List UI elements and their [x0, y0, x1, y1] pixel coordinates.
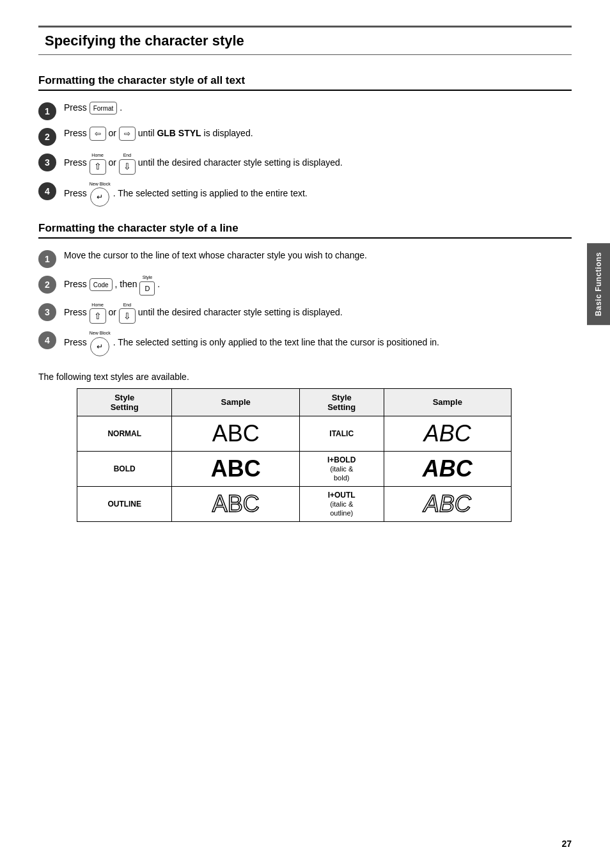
sample-normal-text: ABC — [212, 420, 260, 446]
step-2-4: 4 Press New Block ↵ . The selected setti… — [38, 330, 572, 356]
page-header: Specifying the character style — [38, 26, 572, 55]
step-1-3: 3 Press Home ⇧ or End ⇩ — [38, 152, 572, 175]
step-2-2-period: . — [157, 279, 160, 289]
up-arrow-key-container-2: Home ⇧ — [90, 302, 106, 324]
step-number-4: 4 — [38, 182, 56, 200]
sample-italic: ABC — [384, 416, 511, 451]
step-2-3: 3 Press Home ⇧ or End ⇩ — [38, 302, 572, 324]
sample-ibold: ABC — [384, 451, 511, 486]
col-header-sample1: Sample — [172, 388, 299, 416]
sample-outline: ABC — [172, 486, 299, 521]
step-1-2: 2 Press ⇦ or ⇨ until GLB STYL is display… — [38, 127, 572, 146]
side-tab: Basic Functions — [587, 243, 610, 325]
step-2-content-4: Press New Block ↵ . The selected setting… — [64, 330, 572, 356]
section-2-steps: 1 Move the cursor to the line of text wh… — [38, 249, 572, 356]
down-arrow-key-container: End ⇩ — [119, 152, 136, 175]
page: Specifying the character style Formattin… — [0, 0, 610, 868]
up-arrow-key-2: ⇧ — [90, 308, 106, 324]
step-2-1: 1 Move the cursor to the line of text wh… — [38, 249, 572, 268]
page-number: 27 — [561, 839, 572, 849]
step-content-2: Press ⇦ or ⇨ until GLB STYL is displayed… — [64, 127, 572, 141]
step-number-3: 3 — [38, 154, 56, 171]
style-name-ibold: I+BOLD(italic &bold) — [299, 451, 384, 486]
down-arrow-key: ⇩ — [119, 159, 136, 175]
section-2: Formatting the character style of a line… — [38, 222, 572, 356]
step-1-2-press: Press — [64, 128, 90, 138]
step-2-content-2: Press Code , then Style D . — [64, 274, 572, 296]
step-number-1: 1 — [38, 102, 56, 120]
style-name-ioutl: I+OUTL(italic &outline) — [299, 486, 384, 521]
section-1: Formatting the character style of all te… — [38, 74, 572, 207]
down-arrow-key-2: ⇩ — [119, 308, 136, 324]
step-1-3-text: until the desired character style settin… — [138, 157, 343, 168]
step-2-3-press: Press — [64, 307, 90, 317]
section-2-title: Formatting the character style of a line — [38, 222, 572, 239]
page-title: Specifying the character style — [45, 33, 565, 49]
step-2-number-4: 4 — [38, 331, 56, 349]
intro-text: The following text styles are available. — [38, 372, 572, 382]
col-header-style2: StyleSetting — [299, 388, 384, 416]
enter-key-1: ↵ — [90, 187, 109, 207]
step-1-4: 4 Press New Block ↵ . The selected setti… — [38, 181, 572, 207]
step-1-2-until: until GLB STYL is displayed. — [138, 128, 253, 138]
styles-table: StyleSetting Sample StyleSetting Sample … — [77, 388, 512, 522]
format-key: Format — [90, 102, 118, 114]
step-1-3-or: or — [109, 157, 119, 168]
left-arrow-key: ⇦ — [90, 127, 106, 141]
step-1-4-text: . The selected setting is applied to the… — [113, 187, 308, 198]
step-2-number-3: 3 — [38, 303, 56, 321]
section-1-title: Formatting the character style of all te… — [38, 74, 572, 91]
step-content-1: Press Format . — [64, 101, 572, 114]
step-1-1-text-before: Press — [64, 102, 90, 113]
d-key: D — [139, 281, 155, 296]
sample-normal: ABC — [172, 416, 299, 451]
step-2-content-3: Press Home ⇧ or End ⇩ un — [64, 302, 572, 324]
code-key: Code — [90, 278, 113, 291]
up-arrow-key: ⇧ — [90, 159, 106, 175]
enter-key-2: ↵ — [90, 337, 109, 356]
step-1-2-or: or — [109, 128, 119, 138]
down-arrow-key-container-2: End ⇩ — [119, 302, 136, 324]
step-2-number-1: 1 — [38, 250, 56, 268]
step-2-1-text: Move the cursor to the line of text whos… — [64, 250, 367, 260]
sample-ioutline: ABC — [384, 486, 511, 521]
table-header-row: StyleSetting Sample StyleSetting Sample — [77, 388, 512, 416]
step-1-1-text-after: . — [120, 102, 122, 113]
sample-ibold-text: ABC — [423, 455, 473, 482]
step-2-4-text: . The selected setting is only applied t… — [113, 337, 439, 347]
col-header-style1: StyleSetting — [77, 388, 172, 416]
up-arrow-key-container: Home ⇧ — [90, 152, 106, 175]
step-1-3-press: Press — [64, 157, 90, 168]
step-2-2-then: , then — [114, 279, 139, 289]
style-name-italic: ITALIC — [299, 416, 384, 451]
step-2-3-or: or — [109, 307, 119, 317]
style-name-bold: BOLD — [77, 451, 172, 486]
step-content-4: Press New Block ↵ . The selected setting… — [64, 181, 572, 207]
step-number-2: 2 — [38, 128, 56, 146]
step-1-1: 1 Press Format . — [38, 101, 572, 120]
step-2-number-2: 2 — [38, 276, 56, 294]
table-row: BOLD ABC I+BOLD(italic &bold) ABC — [77, 451, 512, 486]
step-2-2-press: Press — [64, 279, 90, 289]
step-2-3-text: until the desired character style settin… — [138, 307, 343, 317]
style-name-normal: NORMAL — [77, 416, 172, 451]
sample-bold: ABC — [172, 451, 299, 486]
sample-outline-text: ABC — [212, 491, 260, 517]
table-row: NORMAL ABC ITALIC ABC — [77, 416, 512, 451]
sample-bold-text: ABC — [211, 455, 261, 482]
sample-ioutline-text: ABC — [424, 491, 471, 517]
section-1-steps: 1 Press Format . 2 Press ⇦ or ⇨ until GL… — [38, 101, 572, 207]
step-2-2: 2 Press Code , then Style D . — [38, 274, 572, 296]
sample-italic-text: ABC — [424, 420, 471, 446]
style-name-outline: OUTLINE — [77, 486, 172, 521]
right-arrow-key: ⇨ — [119, 127, 136, 141]
step-2-4-press: Press — [64, 337, 90, 347]
step-2-content-1: Move the cursor to the line of text whos… — [64, 249, 572, 262]
step-content-3: Press Home ⇧ or End ⇩ un — [64, 152, 572, 175]
col-header-sample2: Sample — [384, 388, 511, 416]
table-row: OUTLINE ABC I+OUTL(italic &outline) ABC — [77, 486, 512, 521]
step-1-4-press: Press — [64, 187, 90, 198]
